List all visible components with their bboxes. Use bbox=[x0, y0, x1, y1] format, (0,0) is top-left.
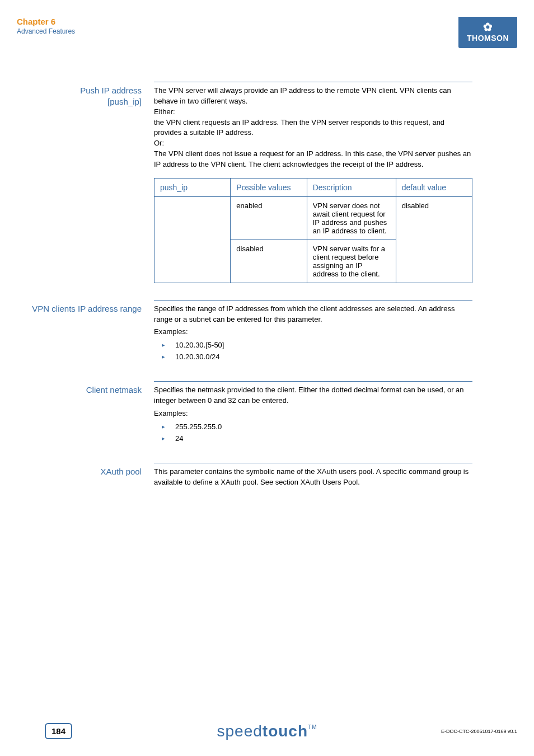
thomson-logo: ✿ THOMSON bbox=[458, 17, 517, 48]
td-param bbox=[154, 196, 231, 283]
label-push-ip-line2: [push_ip] bbox=[17, 96, 142, 107]
push-ip-table: push_ip Possible values Description defa… bbox=[154, 178, 472, 283]
table-row: enabled VPN server does not await client… bbox=[154, 196, 472, 240]
th-values: Possible values bbox=[231, 178, 307, 196]
page-footer: 184 E-DOC-CTC-20051017-0169 v0.1 bbox=[0, 723, 534, 739]
vpn-range-body: Specifies the range of IP addresses from… bbox=[154, 304, 472, 325]
push-ip-either: Either: bbox=[154, 107, 472, 118]
push-ip-either-body: the VPN client requests an IP address. T… bbox=[154, 118, 472, 139]
page-content: Push IP address [push_ip] The VPN server… bbox=[0, 48, 534, 488]
label-xauth-pool: XAuth pool bbox=[17, 466, 142, 477]
list-item: 10.20.30.0/24 bbox=[160, 353, 472, 361]
list-item: 10.20.30.[5-50] bbox=[160, 341, 472, 349]
client-netmask-examples-label: Examples: bbox=[154, 408, 472, 419]
page-header: Chapter 6 Advanced Features ✿ THOMSON bbox=[0, 0, 534, 48]
td-value-enabled: enabled bbox=[231, 196, 307, 240]
list-item: 24 bbox=[160, 434, 472, 443]
chapter-subtitle: Advanced Features bbox=[17, 27, 75, 35]
xauth-pool-body: This parameter contains the symbolic nam… bbox=[154, 467, 472, 488]
margin-label-xauth-pool: XAuth pool bbox=[17, 463, 154, 488]
section-push-ip: Push IP address [push_ip] The VPN server… bbox=[17, 82, 472, 283]
td-default: disabled bbox=[396, 196, 472, 283]
th-default: default value bbox=[396, 178, 472, 196]
margin-label-client-netmask: Client netmask bbox=[17, 381, 154, 446]
label-push-ip-line1: Push IP address bbox=[17, 85, 142, 96]
section-body-push-ip: The VPN server will always provide an IP… bbox=[154, 82, 472, 283]
section-body-client-netmask: Specifies the netmask provided to the cl… bbox=[154, 381, 472, 446]
section-body-vpn-range: Specifies the range of IP addresses from… bbox=[154, 300, 472, 365]
label-vpn-range: VPN clients IP address range bbox=[17, 303, 142, 314]
th-desc: Description bbox=[307, 178, 396, 196]
list-item: 255.255.255.0 bbox=[160, 422, 472, 431]
doc-id: E-DOC-CTC-20051017-0169 v0.1 bbox=[441, 729, 517, 734]
td-value-disabled: disabled bbox=[231, 240, 307, 283]
vpn-range-examples: 10.20.30.[5-50] 10.20.30.0/24 bbox=[154, 341, 472, 361]
table-header-row: push_ip Possible values Description defa… bbox=[154, 178, 472, 196]
client-netmask-examples: 255.255.255.0 24 bbox=[154, 422, 472, 443]
page-number: 184 bbox=[45, 723, 72, 739]
td-desc-disabled: VPN server waits for a client request be… bbox=[307, 240, 396, 283]
chapter-block: Chapter 6 Advanced Features bbox=[17, 17, 75, 35]
thomson-globe-icon: ✿ bbox=[464, 21, 512, 32]
td-desc-enabled: VPN server does not await client request… bbox=[307, 196, 396, 240]
thomson-brand-text: THOMSON bbox=[464, 34, 512, 43]
push-ip-or: Or: bbox=[154, 138, 472, 149]
client-netmask-body: Specifies the netmask provided to the cl… bbox=[154, 385, 472, 406]
chapter-title: Chapter 6 bbox=[17, 17, 75, 26]
vpn-range-examples-label: Examples: bbox=[154, 327, 472, 337]
margin-label-vpn-range: VPN clients IP address range bbox=[17, 300, 154, 365]
push-ip-or-body: The VPN client does not issue a request … bbox=[154, 149, 472, 170]
label-client-netmask: Client netmask bbox=[17, 384, 142, 396]
section-xauth-pool: XAuth pool This parameter contains the s… bbox=[17, 463, 472, 488]
section-body-xauth-pool: This parameter contains the symbolic nam… bbox=[154, 463, 472, 488]
th-param: push_ip bbox=[154, 178, 231, 196]
section-vpn-range: VPN clients IP address range Specifies t… bbox=[17, 300, 472, 365]
push-ip-intro: The VPN server will always provide an IP… bbox=[154, 86, 472, 107]
section-client-netmask: Client netmask Specifies the netmask pro… bbox=[17, 381, 472, 446]
margin-label-push-ip: Push IP address [push_ip] bbox=[17, 82, 154, 283]
